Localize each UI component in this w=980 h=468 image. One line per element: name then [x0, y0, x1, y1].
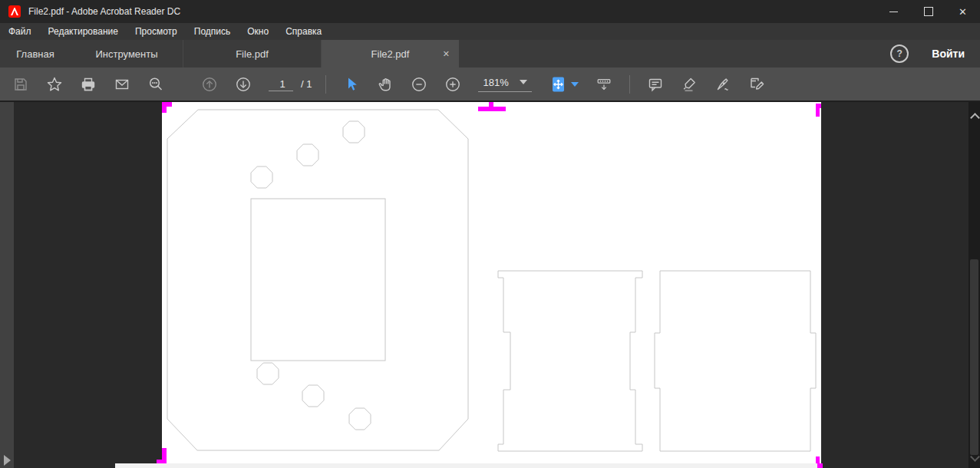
comment-button[interactable] — [647, 76, 664, 93]
title-bar: File2.pdf - Adobe Acrobat Reader DC ✕ — [0, 0, 980, 23]
toolbar: / 1 181% — [0, 68, 980, 102]
acrobat-app-icon — [8, 5, 21, 18]
tab-bar: Главная Инструменты File.pdf File2.pdf ✕… — [0, 40, 980, 68]
search-zoom-button[interactable] — [147, 76, 164, 93]
vector-drawing — [162, 102, 821, 468]
highlight-button[interactable] — [681, 76, 698, 93]
tab-file1[interactable]: File.pdf — [183, 40, 322, 68]
menu-window[interactable]: Окно — [239, 26, 277, 37]
menu-edit[interactable]: Редактирование — [40, 26, 127, 37]
registration-mark — [816, 104, 820, 117]
tab-close-icon[interactable]: ✕ — [443, 49, 450, 59]
horizontal-scrollbar-thumb[interactable] — [115, 463, 817, 468]
page-down-icon — [235, 75, 252, 94]
select-tool-button[interactable] — [343, 76, 360, 93]
octagonal-hole — [297, 144, 318, 166]
previous-page-button[interactable] — [201, 76, 218, 93]
octagonal-hole — [257, 363, 279, 384]
email-button[interactable] — [114, 76, 130, 93]
page-number-input[interactable] — [269, 77, 296, 91]
zoom-level-field[interactable]: 181% — [478, 77, 531, 92]
comment-icon — [647, 76, 664, 93]
octagonal-hole — [302, 385, 324, 407]
hand-tool-icon — [377, 76, 394, 93]
hand-tool-button[interactable] — [377, 76, 394, 93]
page-number-field[interactable] — [269, 77, 293, 91]
email-icon — [114, 76, 130, 93]
sign-icon — [714, 76, 731, 93]
page-scroll-button[interactable] — [596, 76, 612, 93]
chevron-down-icon — [571, 82, 579, 87]
tab-file1-label: File.pdf — [236, 48, 269, 60]
tabbar-right: ? Войти — [890, 40, 980, 68]
fill-sign-icon — [748, 76, 765, 93]
save-button[interactable] — [12, 76, 29, 93]
menu-sign[interactable]: Подпись — [186, 26, 239, 37]
menu-help[interactable]: Справка — [277, 26, 330, 37]
next-page-button[interactable] — [235, 76, 252, 93]
zoom-out-icon — [411, 75, 427, 94]
sign-button[interactable] — [714, 76, 731, 93]
octagonal-hole — [349, 408, 371, 430]
navigation-pane-strip[interactable] — [0, 102, 14, 468]
menu-file[interactable]: Файл — [0, 26, 40, 37]
tab-home[interactable]: Главная — [0, 40, 71, 68]
registration-mark — [478, 107, 506, 111]
zoom-in-icon — [444, 75, 461, 94]
octagonal-hole — [343, 121, 365, 143]
favorite-button[interactable] — [46, 76, 63, 93]
registration-mark — [489, 102, 493, 107]
pdf-page — [162, 102, 821, 468]
minimize-icon — [889, 12, 898, 12]
vertical-scrollbar[interactable] — [968, 102, 980, 468]
save-icon — [12, 76, 29, 93]
side-panel-b — [655, 271, 816, 451]
page-scroll-icon — [596, 75, 612, 94]
window-controls: ✕ — [876, 0, 980, 23]
zoom-in-button[interactable] — [444, 76, 461, 93]
toolbar-separator — [629, 75, 630, 94]
document-area — [0, 102, 980, 468]
zoom-level-value: 181% — [483, 77, 508, 88]
tab-tools[interactable]: Инструменты — [71, 40, 183, 68]
side-panel-a — [498, 271, 642, 451]
search-zoom-icon — [147, 76, 164, 93]
registration-mark — [162, 102, 172, 107]
menu-view[interactable]: Просмотр — [127, 26, 186, 37]
minimize-button[interactable] — [876, 0, 911, 23]
menu-bar: Файл Редактирование Просмотр Подпись Окн… — [0, 23, 980, 40]
tab-file2[interactable]: File2.pdf ✕ — [322, 40, 459, 68]
star-icon — [46, 76, 63, 93]
fill-sign-button[interactable] — [748, 76, 765, 93]
highlight-icon — [681, 76, 698, 93]
select-tool-icon — [343, 76, 360, 93]
maximize-icon — [924, 7, 933, 16]
toolbar-separator — [325, 75, 326, 94]
page-up-icon — [201, 75, 218, 94]
help-icon[interactable]: ? — [890, 44, 909, 63]
octagonal-hole — [251, 166, 272, 188]
chevron-down-icon — [520, 80, 527, 84]
fit-page-icon — [550, 76, 567, 93]
zoom-out-button[interactable] — [411, 76, 427, 93]
fit-page-group[interactable] — [550, 76, 579, 93]
expand-pane-icon[interactable] — [4, 455, 11, 466]
window-title: File2.pdf - Adobe Acrobat Reader DC — [28, 6, 180, 17]
maximize-button[interactable] — [911, 0, 945, 23]
tab-file2-label: File2.pdf — [371, 48, 410, 60]
scroll-up-icon[interactable] — [970, 113, 980, 123]
print-button[interactable] — [80, 76, 97, 93]
close-button[interactable]: ✕ — [945, 0, 980, 23]
print-icon — [80, 76, 97, 93]
vertical-scrollbar-thumb[interactable] — [970, 259, 978, 455]
close-icon: ✕ — [959, 7, 967, 17]
sign-in-button[interactable]: Войти — [932, 48, 965, 60]
page-count-label: / 1 — [301, 78, 312, 90]
